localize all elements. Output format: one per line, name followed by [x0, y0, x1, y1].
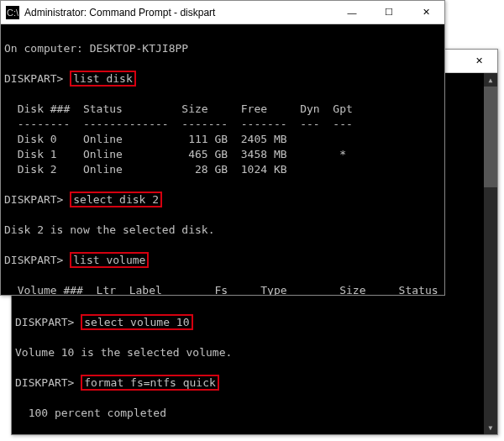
titlebar-front[interactable]: C:\ Administrator: Command Prompt - disk… — [1, 1, 444, 24]
close-button[interactable]: ✕ — [407, 1, 444, 24]
cmd-list-disk: list disk — [70, 71, 135, 87]
table-row: Disk 0 Online 111 GB 2405 MB — [4, 133, 287, 145]
prompt: DISKPART> — [15, 316, 81, 328]
scroll-up-icon[interactable]: ▲ — [484, 73, 497, 87]
output-line: 100 percent completed — [15, 407, 166, 419]
window-cmd-front: C:\ Administrator: Command Prompt - disk… — [0, 0, 445, 296]
cmd-select-volume: select volume 10 — [81, 314, 192, 330]
prompt: DISKPART> — [4, 193, 70, 206]
cmd-list-volume: list volume — [70, 252, 149, 268]
scroll-thumb[interactable] — [484, 87, 497, 187]
close-button[interactable]: ✕ — [460, 50, 497, 72]
prompt: DISKPART> — [15, 376, 81, 389]
maximize-button[interactable]: ☐ — [370, 1, 407, 24]
scroll-down-icon[interactable]: ▼ — [484, 421, 497, 434]
terminal-front[interactable]: On computer: DESKTOP-KTJI8PP DISKPART> l… — [1, 24, 444, 295]
table-row: Disk 2 Online 28 GB 1024 KB — [4, 163, 287, 176]
output-line: On computer: DESKTOP-KTJI8PP — [4, 42, 188, 55]
minimize-button[interactable]: — — [333, 1, 370, 24]
table-sep: -------- ------------- ------- ------- -… — [4, 118, 353, 130]
svg-text:C:\: C:\ — [7, 8, 19, 18]
cmd-format: format fs=ntfs quick — [81, 375, 219, 391]
cmd-icon: C:\ — [6, 6, 19, 19]
table-header: Disk ### Status Size Free Dyn Gpt — [4, 102, 353, 115]
window-title-front: Administrator: Command Prompt - diskpart — [24, 7, 333, 18]
table-row: Disk 1 Online 465 GB 3458 MB * — [4, 148, 346, 160]
scrollbar-back[interactable]: ▲ ▼ — [484, 73, 497, 434]
output-line: Volume 10 is the selected volume. — [15, 346, 232, 359]
table-header: Volume ### Ltr Label Fs Type Size Status — [4, 284, 438, 295]
cmd-select-disk: select disk 2 — [70, 192, 162, 207]
window-buttons-front: — ☐ ✕ — [333, 1, 444, 24]
prompt: DISKPART> — [4, 254, 70, 266]
prompt: DISKPART> — [4, 72, 70, 85]
output-line: Disk 2 is now the selected disk. — [4, 223, 214, 236]
